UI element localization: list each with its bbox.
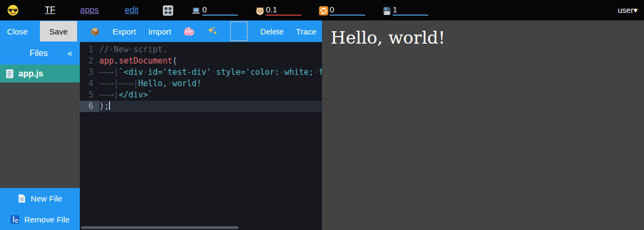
code-token: f	[318, 67, 322, 77]
text-cursor	[109, 101, 110, 110]
code-token: app	[99, 56, 114, 66]
refresh-arrows-icon	[319, 6, 328, 16]
code-line: 2app.setDocument(	[80, 55, 322, 67]
nav-link-apps[interactable]: apps	[80, 5, 99, 15]
sunglasses-face-icon	[7, 4, 19, 16]
files-title: Files	[0, 48, 67, 58]
sparkles-icon[interactable]	[207, 26, 218, 37]
code-token: .	[114, 56, 119, 66]
tab-whitespace-marker: ——→|	[119, 79, 138, 88]
code-token: id='test-div'	[148, 67, 211, 77]
code-token: ·	[211, 67, 216, 77]
tab-whitespace-marker: ——→|	[99, 67, 119, 77]
code-line: 3——→|`<div·id='test-div'·style='color:·w…	[80, 67, 322, 78]
sidebar-body	[0, 82, 80, 188]
files-header: Files «	[0, 42, 80, 65]
code-token: Hello,	[138, 79, 167, 88]
stat-value: 1	[393, 5, 428, 16]
new-file-icon	[18, 194, 26, 203]
remove-file-button[interactable]: Remove File	[0, 209, 80, 230]
topbar: TF apps edit 0	[0, 0, 644, 20]
code-token: style='color:	[216, 67, 279, 77]
soap-icon[interactable]	[183, 27, 195, 36]
code-token: ·	[143, 67, 148, 77]
code-token: ·	[279, 67, 284, 77]
code-line: 5——→|</div>`	[80, 89, 322, 101]
code-token: white;	[284, 67, 313, 77]
import-button[interactable]: Import	[148, 27, 172, 36]
line-number: 6	[80, 101, 99, 112]
files-sidebar: Files « app.j	[0, 42, 80, 230]
file-item-label: app.js	[18, 69, 43, 79]
horizontal-scrollbar-thumb[interactable]	[81, 226, 238, 229]
remove-file-label: Remove File	[24, 215, 70, 224]
litter-bin-icon	[10, 215, 19, 224]
stat-field-hamster[interactable]: 0.1	[255, 5, 302, 16]
floppy-disk-icon	[382, 6, 392, 16]
code-lines: 1//·New·script.2app.setDocument(3——→|`<d…	[80, 44, 322, 112]
code-line: 1//·New·script.	[80, 44, 322, 55]
stat-field-floppy[interactable]: 1	[382, 5, 428, 16]
code-token: );	[99, 101, 109, 111]
code-editor[interactable]: 1//·New·script.2app.setDocument(3——→|`<d…	[80, 42, 322, 230]
stat-field-refresh[interactable]: 0	[319, 5, 365, 16]
editor-toolbar: Close Save Export Import	[0, 20, 322, 42]
nav-link-edit[interactable]: edit	[125, 5, 139, 15]
stat-field-laptop[interactable]: 0	[191, 5, 238, 16]
hamster-icon	[255, 6, 265, 16]
line-number: 1	[80, 44, 99, 55]
stat-value: 0	[330, 5, 365, 16]
tab-whitespace-marker: ——→|	[99, 79, 119, 88]
new-file-label: New File	[31, 194, 62, 203]
collapse-sidebar-icon[interactable]: «	[67, 48, 80, 58]
package-icon[interactable]	[90, 26, 100, 37]
toolbar-empty-input[interactable]	[230, 22, 248, 41]
file-item-appjs[interactable]: app.js	[0, 65, 80, 82]
nav-link-tf[interactable]: TF	[45, 5, 56, 15]
line-number: 2	[80, 55, 99, 67]
document-icon	[5, 69, 14, 79]
tab-whitespace-marker: ——→|	[99, 90, 119, 100]
new-file-button[interactable]: New File	[0, 188, 80, 209]
stat-value: 0.1	[266, 5, 302, 16]
code-token: </div>`	[119, 90, 153, 100]
export-button[interactable]: Export	[113, 27, 136, 36]
code-line: 6);	[80, 101, 322, 112]
close-button[interactable]: Close	[7, 27, 28, 36]
code-token: //·New·script.	[99, 45, 167, 54]
delete-button[interactable]: Delete	[260, 27, 283, 36]
laptop-icon	[191, 6, 201, 16]
app-window: TF apps edit 0	[0, 0, 644, 230]
line-number: 4	[80, 78, 99, 89]
save-button[interactable]: Save	[40, 21, 77, 41]
code-line: 4——→|——→|Hello,·world!	[80, 78, 322, 89]
preview-heading: Hello, world!	[331, 27, 644, 48]
line-number: 5	[80, 89, 99, 101]
trace-button[interactable]: Trace	[296, 27, 317, 36]
line-number: 3	[80, 67, 99, 78]
document-preview: Hello, world!	[322, 20, 644, 230]
stat-value: 0	[202, 5, 238, 16]
control-knobs-icon[interactable]	[162, 5, 174, 16]
code-token: setDocument	[119, 56, 172, 66]
code-token: world!	[172, 79, 201, 88]
code-token: (	[172, 56, 177, 66]
sidebar-actions: New File	[0, 188, 80, 230]
code-token: `<div	[119, 67, 143, 77]
user-menu[interactable]: user▾	[618, 5, 638, 15]
